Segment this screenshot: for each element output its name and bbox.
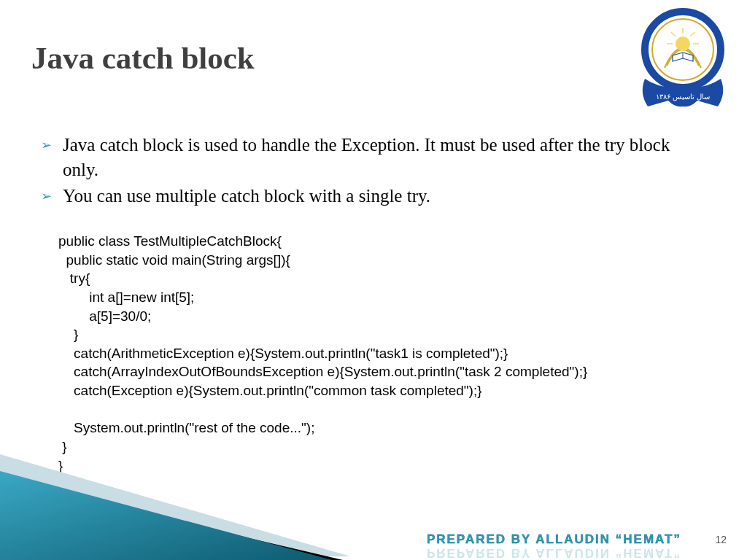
logo-year-text: سال تاسیس ۱۳۸۶ (656, 93, 710, 101)
bullet-text: Java catch block is used to handle the E… (63, 133, 703, 182)
svg-marker-10 (0, 480, 343, 560)
svg-marker-11 (0, 471, 332, 560)
svg-point-2 (676, 36, 690, 51)
bullet-item: ➢ You can use multiple catch block with … (41, 184, 703, 209)
footer-author: PREPARED BY ALLAUDIN “HEMAT” (427, 532, 681, 547)
footer-author-reflection: PREPARED BY ALLAUDIN “HEMAT” (427, 545, 681, 560)
code-block: public class TestMultipleCatchBlock{ pub… (58, 232, 587, 475)
slide-title: Java catch block (31, 40, 255, 76)
bullet-item: ➢ Java catch block is used to handle the… (41, 133, 703, 182)
page-number: 12 (715, 534, 727, 545)
institution-logo: سال تاسیس ۱۳۸۶ (632, 6, 734, 122)
bullet-text: You can use multiple catch block with a … (63, 184, 430, 209)
content-area: ➢ Java catch block is used to handle the… (41, 133, 703, 209)
bullet-marker-icon: ➢ (41, 133, 63, 153)
bullet-marker-icon: ➢ (41, 184, 63, 204)
